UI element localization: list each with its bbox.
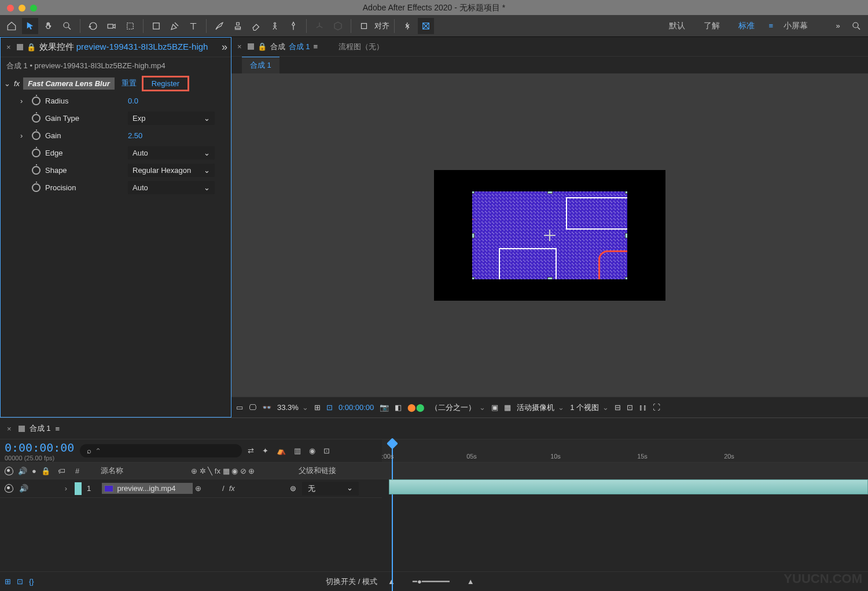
workspace-menu-icon[interactable]: ≡ — [768, 21, 773, 30]
disclosure-icon[interactable]: › — [20, 131, 27, 140]
transform-handle[interactable] — [625, 233, 627, 238]
roi-view-icon[interactable]: ▣ — [491, 403, 498, 412]
toggle-switches-button[interactable]: 切换开关 / 模式 — [326, 577, 377, 587]
zoom-dropdown[interactable]: 33.3%⌄ — [277, 403, 308, 412]
composition-canvas[interactable] — [472, 191, 627, 279]
panel-overflow-icon[interactable]: » — [222, 41, 227, 53]
snapshot-icon[interactable]: 📷 — [380, 403, 389, 412]
resolution-icon[interactable]: ⊞ — [314, 403, 321, 412]
orbit-tool-icon[interactable] — [85, 18, 101, 34]
close-tab-icon[interactable]: × — [4, 43, 13, 51]
lock-icon[interactable]: 🔒 — [258, 42, 267, 51]
monitor-icon[interactable]: ▭ — [236, 403, 243, 412]
workspace-standard[interactable]: 标准 — [730, 19, 763, 34]
transform-handle[interactable] — [472, 191, 475, 194]
prop-shape-dropdown[interactable]: Regular Hexagon⌄ — [128, 164, 215, 177]
tl-menu-icon[interactable]: ≡ — [55, 424, 60, 433]
channel-icon[interactable]: ◧ — [395, 403, 402, 412]
stopwatch-icon[interactable] — [32, 166, 41, 175]
resolution-dropdown[interactable]: （二分之一）⌄ — [431, 402, 486, 413]
transform-handle[interactable] — [547, 277, 553, 279]
display-icon[interactable]: 🖵 — [249, 403, 256, 412]
parent-dropdown[interactable]: 无⌄ — [302, 482, 359, 496]
views-dropdown[interactable]: 1 个视图⌄ — [570, 402, 609, 413]
selection-tool-icon[interactable] — [22, 18, 38, 34]
disclosure-icon[interactable]: › — [20, 97, 27, 105]
source-col[interactable]: 源名称 — [96, 466, 191, 476]
shape-tool-icon[interactable] — [148, 18, 164, 34]
workspace-small[interactable]: 小屏幕 — [775, 19, 816, 34]
label-col-icon[interactable]: 🏷 — [58, 467, 65, 475]
eraser-tool-icon[interactable] — [248, 18, 264, 34]
solo-col-icon[interactable]: ● — [32, 467, 36, 475]
close-comp-tab-icon[interactable]: × — [235, 42, 244, 51]
puppet-tool-icon[interactable] — [267, 18, 283, 34]
draft3d-icon[interactable]: ✦ — [262, 446, 269, 455]
brush-tool-icon[interactable] — [211, 18, 227, 34]
pickwhip-icon[interactable]: ⊚ — [290, 484, 296, 493]
more-workspaces-icon[interactable]: » — [830, 18, 846, 34]
fx-badge-icon[interactable]: fx — [14, 79, 20, 88]
mask-icon[interactable]: 👓 — [262, 403, 271, 412]
layer-switches[interactable]: ⊕/fx — [193, 484, 290, 493]
layer-audio-icon[interactable]: 🔊 — [19, 484, 28, 493]
comp-mini-tab[interactable]: 合成 1 — [242, 57, 279, 73]
layer-clip[interactable] — [389, 479, 868, 494]
layer-name[interactable]: preview...igh.mp4 — [102, 483, 193, 494]
layer-disclosure-icon[interactable]: › — [57, 484, 75, 493]
workspace-learn[interactable]: 了解 — [696, 19, 728, 34]
view-opt1-icon[interactable]: ⊟ — [615, 403, 621, 412]
timeline-search[interactable]: ⌕⌄ — [80, 444, 242, 457]
pin-tool-icon[interactable] — [285, 18, 301, 34]
roi-tool-icon[interactable] — [122, 18, 138, 34]
snap-icon[interactable] — [356, 18, 372, 34]
flowchart-icon[interactable]: ⛶ — [653, 403, 660, 412]
snap-edges-icon[interactable] — [418, 18, 434, 34]
nav-slider[interactable]: ━●━━━━━━ — [413, 577, 450, 586]
effect-name[interactable]: Fast Camera Lens Blur — [23, 77, 115, 90]
stopwatch-icon[interactable] — [32, 149, 41, 157]
nav-zoom-in-icon[interactable]: ▲ — [467, 577, 475, 586]
window-traffic-lights[interactable] — [7, 5, 37, 12]
audio-col-icon[interactable]: 🔊 — [18, 467, 27, 475]
timeline-stats-icon[interactable]: ⫿⫿ — [639, 403, 647, 412]
frame-blend-icon[interactable]: ▥ — [294, 446, 301, 455]
reset-button[interactable]: 重置 — [118, 77, 140, 90]
transform-handle[interactable] — [547, 191, 553, 194]
lock-col-icon[interactable]: 🔒 — [41, 467, 50, 475]
viewer-timecode[interactable]: 0:00:00:00 — [339, 403, 374, 412]
home-icon[interactable] — [3, 18, 20, 34]
prop-radius-value[interactable]: 0.0 — [128, 97, 138, 105]
camera-dropdown[interactable]: 活动摄像机⌄ — [517, 402, 564, 413]
transform-handle[interactable] — [625, 191, 627, 194]
effect-disclosure-icon[interactable]: ⌄ — [4, 79, 10, 88]
color-mgmt-icon[interactable]: ⬤⬤ — [407, 403, 425, 412]
workspace-default[interactable]: 默认 — [661, 19, 693, 34]
expand-icon[interactable]: ⊞ — [5, 577, 11, 586]
stopwatch-icon[interactable] — [32, 131, 41, 140]
prop-edge-dropdown[interactable]: Auto⌄ — [128, 146, 215, 160]
register-button[interactable]: Register — [144, 77, 187, 90]
stopwatch-icon[interactable] — [32, 183, 41, 192]
layer-color-swatch[interactable] — [75, 482, 82, 495]
stopwatch-icon[interactable] — [32, 97, 41, 105]
shy-icon[interactable]: ⛺ — [277, 446, 286, 455]
grid-icon[interactable]: ▦ — [504, 403, 511, 412]
prop-precision-dropdown[interactable]: Auto⌄ — [128, 181, 215, 194]
view-opt2-icon[interactable]: ⊡ — [627, 403, 633, 412]
search-icon[interactable] — [399, 18, 415, 34]
layer-row[interactable]: 🔊 › 1 preview...igh.mp4 ⊕/fx ⊚ 无⌄ — [0, 479, 382, 498]
lock-icon[interactable]: 🔒 — [27, 43, 36, 51]
hand-tool-icon[interactable] — [41, 18, 57, 34]
visibility-col-icon[interactable] — [5, 467, 13, 475]
guides-icon[interactable]: ⊡ — [326, 403, 333, 412]
tl-comp-name[interactable]: 合成 1 — [30, 423, 51, 434]
timeline-timecode[interactable]: 0:00:00:00 — [5, 441, 74, 455]
graph-editor-icon[interactable]: ⊡ — [323, 446, 330, 455]
motion-blur-icon[interactable]: ◉ — [309, 446, 315, 455]
time-ruler[interactable]: :00s 05s 10s 15s 20s — [382, 439, 868, 462]
search-help-icon[interactable] — [848, 18, 865, 34]
comp-menu-icon[interactable]: ≡ — [313, 42, 318, 51]
composition-viewer[interactable] — [231, 73, 868, 397]
layer-visibility-icon[interactable] — [5, 484, 13, 493]
